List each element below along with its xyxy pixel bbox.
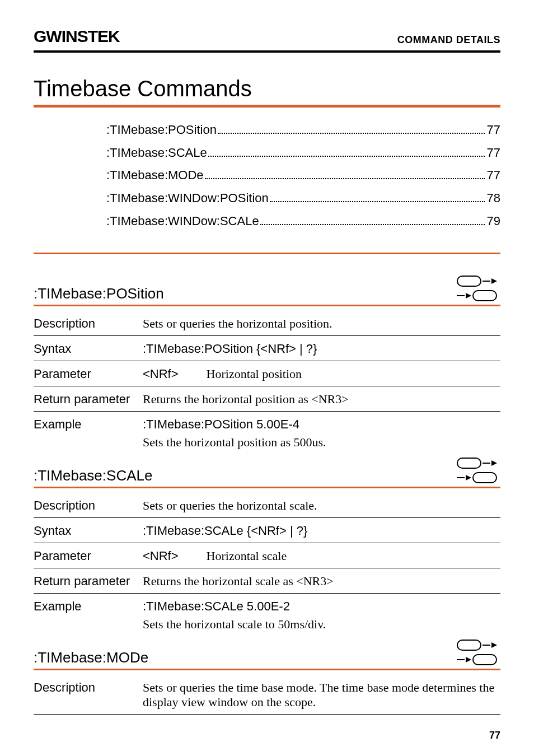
oval-icon — [457, 640, 481, 651]
set-icon — [457, 458, 497, 469]
definition-list: Description Sets or queries the horizont… — [34, 311, 500, 454]
def-label: Return parameter — [34, 392, 143, 407]
command-section-position: :TIMebase:POSition Description Sets or q… — [34, 276, 500, 454]
def-label: Parameter — [34, 549, 143, 563]
command-section-mode: :TIMebase:MODe Description Sets or queri… — [34, 640, 500, 715]
def-label: Syntax — [34, 524, 143, 538]
arrow-in-icon — [457, 475, 471, 480]
example-command: :TIMebase:POSition 5.00E-4 — [143, 417, 500, 432]
toc-row: :TIMebase:SCALe 77 — [106, 142, 500, 165]
query-icon — [457, 654, 497, 665]
toc-label: :TIMebase:MODe — [106, 164, 204, 187]
section-title: :TIMebase:MODe — [34, 649, 148, 666]
oval-icon — [472, 290, 497, 301]
param-key: <NRf> — [143, 549, 179, 563]
set-icon — [457, 640, 497, 651]
page-header: GWINSTEK COMMAND DETAILS — [34, 27, 500, 53]
def-value: :TIMebase:SCALe {<NRf> | ?} — [143, 524, 307, 538]
arrow-out-icon — [483, 642, 497, 648]
set-query-icon — [457, 640, 500, 666]
section-rule — [34, 487, 500, 488]
section-rule — [34, 305, 500, 306]
toc-page: 77 — [487, 164, 500, 187]
toc-page: 77 — [487, 142, 500, 165]
def-row-parameter: Parameter <NRf> Horizontal scale — [34, 543, 500, 568]
def-value: Returns the horizontal scale as <NR3> — [143, 574, 500, 589]
definition-list: Description Sets or queries the time bas… — [34, 675, 500, 715]
query-icon — [457, 290, 497, 301]
section-rule — [34, 669, 500, 670]
def-label: Description — [34, 680, 143, 695]
toc-label: :TIMebase:WINDow:SCALe — [106, 210, 259, 233]
toc-end-rule — [34, 253, 500, 254]
toc-leader-dots — [208, 156, 485, 157]
def-row-description: Description Sets or queries the horizont… — [34, 493, 500, 518]
def-value: Sets or queries the horizontal position. — [143, 316, 500, 331]
command-section-scale: :TIMebase:SCALe Description Sets or quer… — [34, 458, 500, 636]
toc-page: 77 — [487, 119, 500, 142]
def-row-syntax: Syntax :TIMebase:POSition {<NRf> | ?} — [34, 336, 500, 361]
toc-row: :TIMebase:MODe 77 — [106, 164, 500, 187]
oval-icon — [457, 458, 481, 469]
def-label: Syntax — [34, 342, 143, 356]
def-label: Parameter — [34, 367, 143, 381]
toc-page: 79 — [487, 210, 500, 233]
def-value: Sets or queries the time base mode. The … — [143, 680, 500, 710]
oval-icon — [457, 276, 481, 287]
toc-row: :TIMebase:POSition 77 — [106, 119, 500, 142]
toc-row: :TIMebase:WINDow:SCALe 79 — [106, 210, 500, 233]
section-title: :TIMebase:POSition — [34, 285, 164, 302]
toc-page: 78 — [487, 187, 500, 210]
set-icon — [457, 276, 497, 287]
def-row-description: Description Sets or queries the horizont… — [34, 311, 500, 336]
oval-icon — [472, 654, 497, 665]
logo-text: GWINSTEK — [34, 27, 120, 45]
oval-icon — [472, 472, 497, 483]
toc-leader-dots — [270, 201, 485, 202]
section-title: :TIMebase:SCALe — [34, 467, 152, 484]
def-row-description: Description Sets or queries the time bas… — [34, 675, 500, 715]
toc-label: :TIMebase:WINDow:POSition — [106, 187, 269, 210]
def-label: Example — [34, 417, 143, 432]
def-row-parameter: Parameter <NRf> Horizontal position — [34, 361, 500, 386]
toc-label: :TIMebase:POSition — [106, 119, 217, 142]
title-underline — [34, 105, 500, 108]
def-row-example: Example :TIMebase:SCALe 5.00E-2 Sets the… — [34, 594, 500, 636]
arrow-out-icon — [483, 278, 497, 284]
section-header: :TIMebase:POSition — [34, 276, 500, 302]
page-title: Timebase Commands — [34, 76, 500, 101]
param-desc: Horizontal position — [207, 367, 302, 381]
toc-leader-dots — [205, 178, 485, 179]
arrow-in-icon — [457, 293, 471, 298]
def-label: Example — [34, 599, 143, 614]
def-row-return: Return parameter Returns the horizontal … — [34, 568, 500, 594]
param-desc: Horizontal scale — [207, 549, 287, 563]
def-label: Description — [34, 498, 143, 513]
def-label: Description — [34, 316, 143, 331]
example-description: Sets the horizontal position as 500us. — [143, 435, 500, 450]
section-header: :TIMebase:SCALe — [34, 458, 500, 484]
arrow-out-icon — [483, 460, 497, 466]
section-header: :TIMebase:MODe — [34, 640, 500, 666]
set-query-icon — [457, 276, 500, 302]
query-icon — [457, 472, 497, 483]
toc-label: :TIMebase:SCALe — [106, 142, 207, 165]
example-description: Sets the horizontal scale to 50ms/div. — [143, 617, 500, 632]
toc-leader-dots — [218, 133, 485, 134]
set-query-icon — [457, 458, 500, 484]
table-of-contents: :TIMebase:POSition 77 :TIMebase:SCALe 77… — [106, 119, 500, 232]
def-label: Return parameter — [34, 574, 143, 589]
header-section-label: COMMAND DETAILS — [397, 34, 500, 46]
param-key: <NRf> — [143, 367, 179, 381]
page-number: 77 — [489, 730, 500, 741]
def-row-return: Return parameter Returns the horizontal … — [34, 386, 500, 412]
def-value: Returns the horizontal position as <NR3> — [143, 392, 500, 407]
example-command: :TIMebase:SCALe 5.00E-2 — [143, 599, 500, 614]
toc-row: :TIMebase:WINDow:POSition 78 — [106, 187, 500, 210]
toc-leader-dots — [260, 224, 485, 225]
def-row-example: Example :TIMebase:POSition 5.00E-4 Sets … — [34, 412, 500, 454]
definition-list: Description Sets or queries the horizont… — [34, 493, 500, 636]
def-value: :TIMebase:POSition {<NRf> | ?} — [143, 342, 317, 356]
brand-logo: GWINSTEK — [34, 27, 120, 46]
def-value: Sets or queries the horizontal scale. — [143, 498, 500, 513]
